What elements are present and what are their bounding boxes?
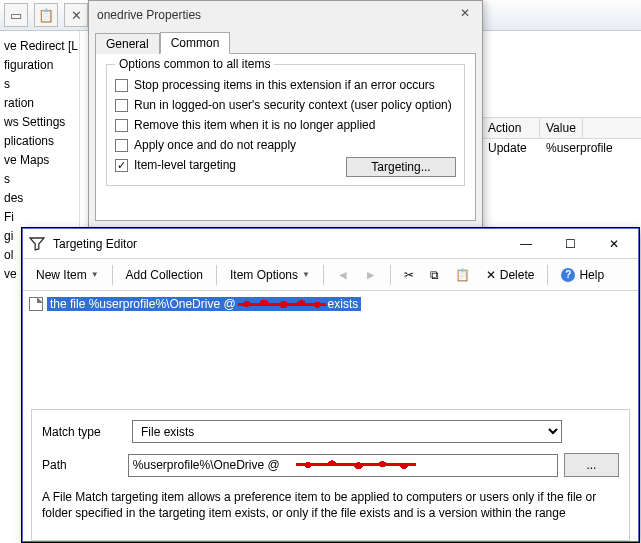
delete-button[interactable]: ✕ Delete [479, 264, 542, 286]
chevron-down-icon: ▼ [302, 270, 310, 279]
results-pane: Action Value Update %userprofile [481, 31, 641, 231]
tree-node[interactable]: s [4, 170, 75, 189]
dialog-titlebar[interactable]: onedrive Properties ✕ [89, 1, 482, 29]
opt-remove-row[interactable]: Remove this item when it is no longer ap… [115, 115, 456, 135]
tab-panel-common: Options common to all items Stop process… [95, 53, 476, 221]
opt-stop-label: Stop processing items in this extension … [134, 78, 435, 92]
close-button[interactable]: ✕ [596, 233, 632, 255]
opt-userctx-row[interactable]: Run in logged-on user's security context… [115, 95, 456, 115]
tree-node[interactable]: ws Settings [4, 113, 75, 132]
checkbox-ilt[interactable]: ✓ [115, 159, 128, 172]
tab-strip: General Common [89, 29, 482, 53]
col-value[interactable]: Value [540, 118, 583, 138]
opt-ilt-label: Item-level targeting [134, 158, 236, 172]
delete-icon: ✕ [486, 268, 496, 282]
options-groupbox: Options common to all items Stop process… [106, 64, 465, 186]
editor-title: Targeting Editor [53, 237, 500, 251]
minimize-button[interactable]: — [508, 233, 544, 255]
match-type-row: Match type File exists [42, 420, 619, 443]
toolbar-delete-icon[interactable]: ✕ [64, 3, 88, 27]
checkbox-applyonce[interactable] [115, 139, 128, 152]
help-button[interactable]: ? Help [554, 264, 611, 286]
close-icon[interactable]: ✕ [456, 6, 474, 24]
chevron-down-icon: ▼ [91, 270, 99, 279]
opt-userctx-label: Run in logged-on user's security context… [134, 98, 452, 112]
cell-value: %userprofile [540, 139, 619, 159]
grid-header: Action Value [482, 117, 641, 139]
dialog-title: onedrive Properties [97, 8, 201, 22]
paste-icon: 📋 [455, 268, 470, 282]
cut-button[interactable]: ✂ [397, 264, 421, 286]
redacted-text [296, 457, 416, 473]
grid-row[interactable]: Update %userprofile [482, 139, 641, 159]
tree-node[interactable]: figuration [4, 56, 75, 75]
match-type-label: Match type [42, 425, 126, 439]
tree-node[interactable]: ve Redirect [L [4, 37, 75, 56]
cell-action: Update [482, 139, 540, 159]
paste-button[interactable]: 📋 [448, 264, 477, 286]
targeting-editor-window: Targeting Editor — ☐ ✕ New Item ▼ Add Co… [22, 228, 639, 542]
redacted-text [238, 297, 326, 311]
item-details-panel: Match type File exists Path ... A File M… [31, 409, 630, 541]
opt-applyonce-row[interactable]: Apply once and do not reapply [115, 135, 456, 155]
tree-node[interactable]: ration [4, 94, 75, 113]
item-options-button[interactable]: Item Options ▼ [223, 264, 317, 286]
properties-dialog: onedrive Properties ✕ General Common Opt… [88, 0, 483, 229]
col-action[interactable]: Action [482, 118, 540, 138]
tree-node[interactable]: ve Maps [4, 151, 75, 170]
move-right-button[interactable]: ► [358, 264, 384, 286]
move-left-button[interactable]: ◄ [330, 264, 356, 286]
opt-remove-label: Remove this item when it is no longer ap… [134, 118, 375, 132]
tab-general[interactable]: General [95, 33, 160, 54]
opt-applyonce-label: Apply once and do not reapply [134, 138, 296, 152]
targeting-item[interactable]: the file %userprofile%\OneDrive @ exists [29, 295, 632, 313]
checkbox-stop[interactable] [115, 79, 128, 92]
file-icon [29, 297, 43, 311]
hint-text: A File Match targeting item allows a pre… [42, 489, 619, 521]
maximize-button[interactable]: ☐ [552, 233, 588, 255]
tree-node[interactable]: des [4, 189, 75, 208]
copy-icon: ⧉ [430, 268, 439, 282]
tree-node[interactable]: s [4, 75, 75, 94]
browse-button[interactable]: ... [564, 453, 619, 477]
tab-common[interactable]: Common [160, 32, 231, 54]
match-type-select[interactable]: File exists [132, 420, 562, 443]
help-icon: ? [561, 268, 575, 282]
add-collection-button[interactable]: Add Collection [119, 264, 210, 286]
tree-node[interactable]: Fi [4, 208, 75, 227]
scissors-icon: ✂ [404, 268, 414, 282]
item-text-suffix: exists [328, 297, 359, 311]
path-row: Path ... [42, 453, 619, 477]
item-text-prefix: the file %userprofile%\OneDrive @ [50, 297, 236, 311]
checkbox-remove[interactable] [115, 119, 128, 132]
path-label: Path [42, 458, 122, 472]
groupbox-legend: Options common to all items [115, 57, 274, 71]
opt-stop-row[interactable]: Stop processing items in this extension … [115, 75, 456, 95]
funnel-icon [29, 236, 45, 252]
editor-toolbar: New Item ▼ Add Collection Item Options ▼… [23, 259, 638, 291]
copy-button[interactable]: ⧉ [423, 264, 446, 286]
toolbar-icon-2[interactable]: 📋 [34, 3, 58, 27]
tree-node[interactable]: plications [4, 132, 75, 151]
editor-titlebar[interactable]: Targeting Editor — ☐ ✕ [23, 229, 638, 259]
new-item-button[interactable]: New Item ▼ [29, 264, 106, 286]
checkbox-userctx[interactable] [115, 99, 128, 112]
toolbar-icon-1[interactable]: ▭ [4, 3, 28, 27]
targeting-tree[interactable]: the file %userprofile%\OneDrive @ exists [23, 291, 638, 403]
targeting-button[interactable]: Targeting... [346, 157, 456, 177]
